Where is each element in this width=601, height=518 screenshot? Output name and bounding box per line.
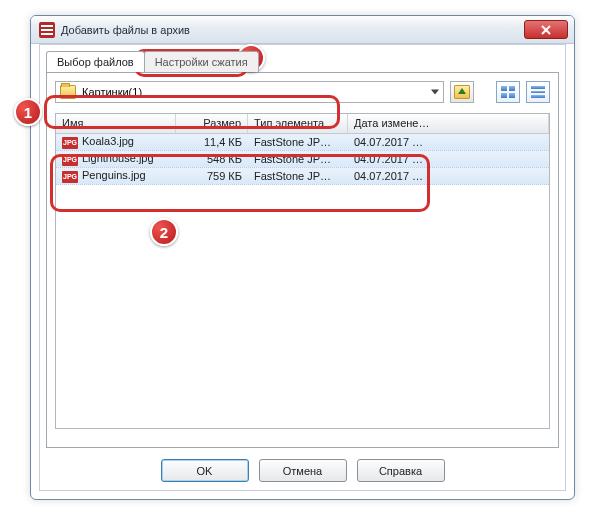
file-row[interactable]: JPGLighthouse.jpg 548 КБ FastStone JP… 0… bbox=[56, 151, 549, 168]
cancel-label: Отмена bbox=[283, 465, 322, 477]
annotation-badge-1: 1 bbox=[14, 98, 42, 126]
up-arrow-icon bbox=[454, 85, 470, 99]
file-listview[interactable]: Имя Размер Тип элемента Дата измене… JPG… bbox=[55, 113, 550, 429]
close-icon bbox=[541, 25, 551, 35]
file-size: 11,4 КБ bbox=[176, 136, 248, 148]
jpg-icon: JPG bbox=[62, 154, 78, 166]
column-type[interactable]: Тип элемента bbox=[248, 114, 348, 133]
close-button[interactable] bbox=[524, 20, 568, 39]
window-title: Добавить файлы в архив bbox=[61, 24, 190, 36]
jpg-icon: JPG bbox=[62, 171, 78, 183]
tab-files[interactable]: Выбор файлов bbox=[46, 51, 145, 72]
column-name[interactable]: Имя bbox=[56, 114, 176, 133]
file-row[interactable]: JPGKoala3.jpg 11,4 КБ FastStone JP… 04.0… bbox=[56, 134, 549, 151]
help-button[interactable]: Справка bbox=[357, 459, 445, 482]
tab-bar: Выбор файлов Настройки сжатия bbox=[46, 51, 565, 72]
chevron-down-icon bbox=[431, 90, 439, 95]
tab-compression-label: Настройки сжатия bbox=[155, 56, 248, 68]
ok-label: OK bbox=[197, 465, 213, 477]
annotation-badge-2: 2 bbox=[150, 218, 178, 246]
file-date: 04.07.2017 … bbox=[348, 170, 549, 182]
dialog-buttons: OK Отмена Справка bbox=[40, 459, 565, 482]
view-list-button[interactable] bbox=[526, 81, 550, 103]
file-name: Koala3.jpg bbox=[82, 135, 134, 147]
cancel-button[interactable]: Отмена bbox=[259, 459, 347, 482]
file-date: 04.07.2017 … bbox=[348, 153, 549, 165]
annotation-number: 1 bbox=[24, 104, 32, 121]
file-date: 04.07.2017 … bbox=[348, 136, 549, 148]
file-type: FastStone JP… bbox=[248, 136, 348, 148]
listview-header[interactable]: Имя Размер Тип элемента Дата измене… bbox=[56, 114, 549, 134]
file-type: FastStone JP… bbox=[248, 170, 348, 182]
file-row[interactable]: JPGPenguins.jpg 759 КБ FastStone JP… 04.… bbox=[56, 168, 549, 185]
grid-icon bbox=[501, 86, 515, 98]
tab-content: Картинки(1) Имя Размер Тип эле bbox=[46, 72, 559, 448]
file-name: Penguins.jpg bbox=[82, 169, 146, 181]
dialog-window: Добавить файлы в архив Выбор файлов Наст… bbox=[30, 15, 575, 500]
client-area: Выбор файлов Настройки сжатия Картинки(1… bbox=[39, 44, 566, 491]
file-size: 548 КБ bbox=[176, 153, 248, 165]
jpg-icon: JPG bbox=[62, 137, 78, 149]
folder-combo[interactable]: Картинки(1) bbox=[55, 81, 444, 103]
help-label: Справка bbox=[379, 465, 422, 477]
column-size[interactable]: Размер bbox=[176, 114, 248, 133]
folder-name: Картинки(1) bbox=[82, 86, 142, 98]
titlebar[interactable]: Добавить файлы в архив bbox=[31, 16, 574, 44]
ok-button[interactable]: OK bbox=[161, 459, 249, 482]
app-icon bbox=[39, 22, 55, 38]
file-name: Lighthouse.jpg bbox=[82, 152, 154, 164]
file-size: 759 КБ bbox=[176, 170, 248, 182]
folder-icon bbox=[60, 85, 76, 99]
tab-compression[interactable]: Настройки сжатия bbox=[144, 51, 259, 72]
list-icon bbox=[531, 86, 545, 98]
tab-files-label: Выбор файлов bbox=[57, 56, 134, 68]
annotation-number: 2 bbox=[160, 224, 168, 241]
path-toolbar: Картинки(1) bbox=[55, 81, 550, 103]
column-date[interactable]: Дата измене… bbox=[348, 114, 549, 133]
up-folder-button[interactable] bbox=[450, 81, 474, 103]
view-icons-button[interactable] bbox=[496, 81, 520, 103]
file-type: FastStone JP… bbox=[248, 153, 348, 165]
